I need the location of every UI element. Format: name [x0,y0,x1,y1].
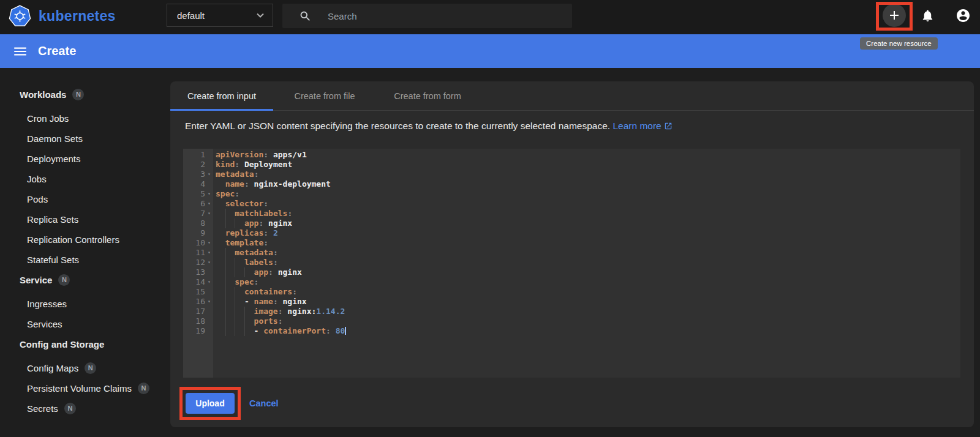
fold-toggle-icon[interactable]: ▾ [205,170,213,179]
tab-create-from-form[interactable]: Create from form [376,81,479,110]
line-number: 9 [183,228,205,238]
search-input[interactable] [328,11,530,21]
code-line-12: 12▾labels: [183,258,960,267]
sidebar-item-secrets[interactable]: SecretsN [0,401,170,416]
sidebar-item-jobs[interactable]: Jobs [0,171,170,186]
sidebar-label: Cron Jobs [27,113,69,124]
code-line-4: 4name: nginx-deployment [183,179,960,189]
sidebar-item-replication-controllers[interactable]: Replication Controllers [0,232,170,247]
code-text: kind: Deployment [213,160,292,170]
namespaced-badge: N [64,403,76,414]
sidebar-item-stateful-sets[interactable]: Stateful Sets [0,252,170,267]
code-line-6: 6▾selector: [183,199,960,209]
fold-toggle-icon[interactable]: ▾ [205,209,213,219]
fold-toggle-icon[interactable]: ▾ [205,199,213,209]
brand-name: kubernetes [39,8,116,24]
line-number: 19 [183,326,205,336]
code-line-8: 8app: nginx [183,219,960,228]
line-number: 6 [183,199,205,209]
line-number: 2 [183,160,205,170]
tooltip-create-new-resource: Create new resource [860,37,938,50]
sidebar-item-config-maps[interactable]: Config MapsN [0,360,170,375]
fold-toggle-icon[interactable]: ▾ [205,277,213,287]
sidebar-label: Replica Sets [27,214,78,225]
fold-toggle-icon[interactable]: ▾ [205,238,213,248]
notifications-button[interactable] [921,9,935,25]
editor-code-lines: 1apiVersion: apps/v12kind: Deployment3▾m… [183,150,960,336]
hamburger-icon [12,43,28,59]
code-line-14: 14▾spec: [183,277,960,287]
sidebar-label: Services [27,319,62,329]
code-text: metadata: [213,248,278,258]
create-new-resource-button[interactable] [883,4,906,27]
tab-create-from-input[interactable]: Create from input [170,81,273,110]
fold-spacer [205,307,213,316]
namespaced-badge: N [85,362,96,374]
sidebar-item-services[interactable]: Services [0,316,170,331]
sidebar-label: Ingresses [27,299,67,309]
line-number: 11 [183,248,205,258]
namespace-selector[interactable]: default [167,4,273,27]
code-text: name: nginx-deployment [213,179,331,189]
fold-toggle-icon[interactable]: ▾ [205,297,213,307]
code-text: spec: [213,277,258,287]
sidebar-item-ingresses[interactable]: Ingresses [0,296,170,311]
fold-spacer [205,228,213,238]
line-number: 7 [183,209,205,219]
code-text: selector: [213,199,268,209]
fold-spacer [205,219,213,228]
fold-toggle-icon[interactable]: ▾ [205,189,213,199]
sidebar-label: Jobs [27,174,47,184]
code-line-7: 7▾matchLabels: [183,209,960,219]
code-line-10: 10▾template: [183,238,960,248]
code-text: metadata: [213,170,258,179]
sidebar-section-workloads[interactable]: WorkloadsN [0,87,170,102]
text-cursor [345,327,346,335]
menu-button[interactable] [12,43,28,59]
sidebar-section-config-and-storage[interactable]: Config and Storage [0,337,170,351]
line-number: 3 [183,170,205,179]
line-number: 17 [183,307,205,316]
namespaced-badge: N [58,274,70,286]
line-number: 5 [183,189,205,199]
learn-more-link[interactable]: Learn more [612,121,672,131]
sidebar-section-service[interactable]: ServiceN [0,272,170,287]
sidebar-item-daemon-sets[interactable]: Daemon Sets [0,131,170,146]
kubernetes-logo-area[interactable]: kubernetes [9,5,116,28]
instruction-body: Enter YAML or JSON content specifying th… [185,121,610,131]
sidebar-item-replica-sets[interactable]: Replica Sets [0,212,170,226]
create-card: Create from inputCreate from fileCreate … [170,81,974,427]
sidebar-item-pods[interactable]: Pods [0,192,170,206]
kubernetes-logo-icon [9,5,31,28]
line-number: 4 [183,179,205,189]
line-number: 14 [183,277,205,287]
account-button[interactable] [956,8,971,26]
sidebar-label: Config Maps [27,363,78,373]
code-line-9: 9replicas: 2 [183,228,960,238]
code-line-5: 5▾spec: [183,189,960,199]
code-text: containers: [213,287,297,297]
page-title: Create [38,44,76,58]
fold-toggle-icon[interactable]: ▾ [205,248,213,258]
tab-create-from-file[interactable]: Create from file [273,81,376,110]
sidebar-nav: WorkloadsNCron JobsDaemon SetsDeployment… [0,68,170,437]
sidebar-label: Config and Storage [20,339,104,349]
sidebar-item-cron-jobs[interactable]: Cron Jobs [0,111,170,125]
upload-button[interactable]: Upload [186,393,235,414]
sidebar-label: Service [20,275,52,285]
cancel-button[interactable]: Cancel [249,393,279,414]
search-icon [299,10,312,23]
fold-toggle-icon[interactable]: ▾ [205,258,213,267]
sidebar-item-persistent-volume-claims[interactable]: Persistent Volume ClaimsN [0,381,170,395]
sidebar-item-deployments[interactable]: Deployments [0,151,170,166]
yaml-editor[interactable]: 1apiVersion: apps/v12kind: Deployment3▾m… [183,149,960,378]
top-bar: kubernetes default [0,0,980,34]
code-text: matchLabels: [213,209,292,219]
search-bar[interactable] [282,4,572,28]
namespace-selected-value: default [177,10,257,21]
code-line-16: 16▾- name: nginx [183,297,960,307]
code-line-11: 11▾metadata: [183,248,960,258]
code-line-3: 3▾metadata: [183,170,960,179]
line-number: 8 [183,219,205,228]
code-line-2: 2kind: Deployment [183,160,960,170]
